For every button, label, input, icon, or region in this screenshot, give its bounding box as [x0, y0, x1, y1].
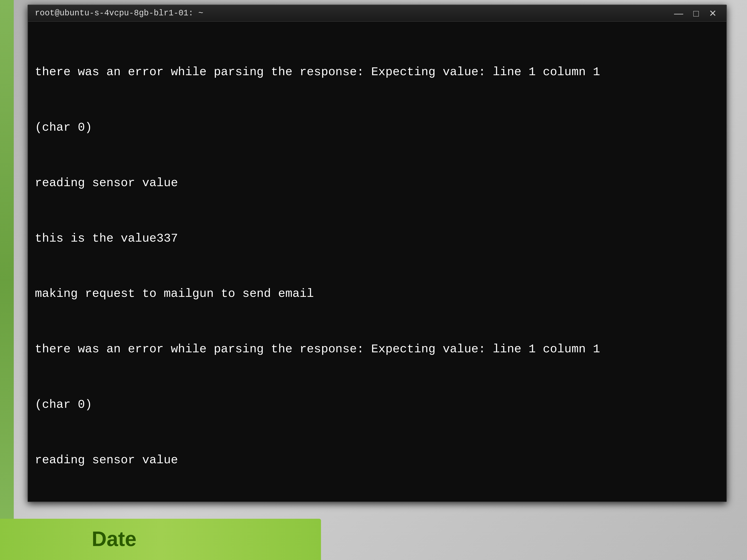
- bottom-green-bar: Date: [0, 519, 321, 560]
- terminal-line-2: reading sensor value: [35, 174, 720, 192]
- green-left-accent: [0, 0, 14, 560]
- minimize-button[interactable]: —: [671, 8, 686, 19]
- terminal-title: root@ubuntu-s-4vcpu-8gb-blr1-01: ~: [35, 8, 203, 18]
- terminal-window[interactable]: root@ubuntu-s-4vcpu-8gb-blr1-01: ~ — □ ✕…: [27, 5, 727, 502]
- close-button[interactable]: ✕: [706, 8, 720, 19]
- terminal-titlebar: root@ubuntu-s-4vcpu-8gb-blr1-01: ~ — □ ✕: [28, 5, 726, 22]
- screen-background: root@ubuntu-s-4vcpu-8gb-blr1-01: ~ — □ ✕…: [0, 0, 747, 560]
- terminal-line-6: (char 0): [35, 396, 720, 414]
- terminal-line-7: reading sensor value: [35, 451, 720, 470]
- terminal-line-3: this is the value337: [35, 230, 720, 248]
- terminal-line-0: there was an error while parsing the res…: [35, 63, 720, 82]
- terminal-body[interactable]: there was an error while parsing the res…: [28, 22, 726, 502]
- maximize-button[interactable]: □: [691, 8, 702, 19]
- bottom-bar-label: Date: [92, 527, 136, 551]
- terminal-line-1: (char 0): [35, 118, 720, 137]
- terminal-controls: — □ ✕: [671, 8, 720, 19]
- terminal-line-5: there was an error while parsing the res…: [35, 340, 720, 359]
- terminal-output: there was an error while parsing the res…: [35, 26, 720, 502]
- terminal-line-4: making request to mailgun to send email: [35, 285, 720, 303]
